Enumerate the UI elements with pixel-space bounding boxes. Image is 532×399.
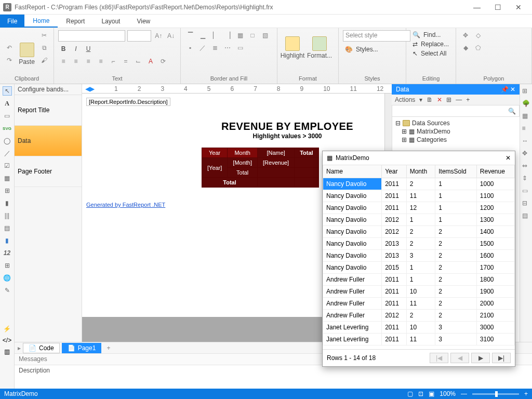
border-all-button[interactable]: ▦: [235, 30, 245, 41]
pin-icon[interactable]: 📌: [501, 86, 509, 93]
font-family-select[interactable]: [58, 30, 125, 42]
valign-mid-button[interactable]: =: [121, 56, 131, 66]
tree-icon[interactable]: 🌳: [522, 100, 530, 108]
picture-tool[interactable]: ▭: [3, 111, 12, 121]
popup-close-button[interactable]: ✕: [506, 154, 511, 162]
group-icon[interactable]: ▭: [522, 187, 530, 195]
shrink-font-button[interactable]: A↓: [166, 31, 176, 41]
line-color-button[interactable]: ／: [197, 43, 208, 53]
border-none-button[interactable]: □: [247, 30, 258, 41]
generated-by-link[interactable]: Generated by FastReport .NET: [86, 202, 165, 208]
cell-style-button[interactable]: ▭: [235, 43, 245, 53]
report-title-text[interactable]: REVENUE BY EMPLOYEE: [180, 121, 392, 132]
table-row[interactable]: Andrew Fuller2012222100: [323, 310, 515, 322]
events-icon[interactable]: ⚡: [3, 325, 11, 332]
file-menu[interactable]: File: [0, 15, 24, 28]
rotate-button[interactable]: ⟳: [158, 56, 168, 66]
table-row[interactable]: Nancy Davolio20111111100: [323, 190, 515, 202]
view-icon[interactable]: ▢: [407, 390, 413, 397]
data-table[interactable]: NameYearMonthItemsSoldRevenue Nancy Davo…: [323, 165, 515, 345]
border-top-button[interactable]: ▔: [185, 30, 195, 41]
zoom-full-icon[interactable]: ▣: [429, 390, 434, 397]
last-page-button[interactable]: ▶|: [492, 353, 511, 363]
maximize-button[interactable]: ☐: [487, 3, 508, 11]
validate-icon[interactable]: ▥: [4, 348, 10, 355]
zoom-out-button[interactable]: —: [461, 390, 467, 397]
font-size-select[interactable]: [127, 30, 151, 42]
border-left-button[interactable]: ▏: [210, 30, 220, 41]
table-row[interactable]: Andrew Fuller20111021900: [323, 286, 515, 298]
poly-move-button[interactable]: ✥: [460, 30, 471, 41]
minimize-button[interactable]: —: [467, 3, 487, 11]
remove-icon[interactable]: ⊟: [522, 200, 530, 208]
configure-bands-link[interactable]: Configure bands...: [15, 84, 82, 95]
next-page-button[interactable]: ▶: [471, 353, 490, 363]
size-icon[interactable]: ↔: [522, 137, 530, 145]
dock-close-icon[interactable]: ✕: [510, 86, 515, 93]
font-color-button[interactable]: A: [145, 56, 156, 66]
table-row[interactable]: Janet Leverling20111133100: [323, 334, 515, 345]
order-icon[interactable]: ▤: [522, 212, 530, 220]
table-row[interactable]: Andrew Fuller20111122000: [323, 298, 515, 310]
table-row[interactable]: Nancy Davolio2015121700: [323, 262, 515, 274]
number-tool[interactable]: 12: [3, 248, 12, 258]
first-page-button[interactable]: |◀: [430, 353, 448, 363]
tab-report[interactable]: Report: [58, 15, 93, 28]
valign-top-button[interactable]: ⌐: [108, 56, 118, 66]
brush-button[interactable]: 🖌: [39, 55, 49, 65]
subreport-tool[interactable]: ▤: [3, 223, 12, 233]
tab-home[interactable]: Home: [24, 15, 58, 28]
shape-tool[interactable]: ◯: [3, 136, 12, 145]
table-tool[interactable]: ▦: [3, 174, 12, 183]
poly-del-button[interactable]: ◆: [460, 43, 471, 53]
format-button[interactable]: Format...: [309, 30, 330, 59]
align-center-button[interactable]: ≡: [71, 56, 81, 66]
tab-code[interactable]: 📄Code: [23, 343, 60, 353]
new-datasource-button[interactable]: 🗎: [427, 96, 433, 103]
poly-edit-button[interactable]: ⬠: [473, 43, 483, 53]
cut-button[interactable]: ✂: [39, 30, 49, 41]
band-report-title[interactable]: Report Title: [15, 95, 82, 126]
zoom-fit-icon[interactable]: ⊡: [418, 390, 423, 397]
styles-button[interactable]: 🎨Styles...: [343, 45, 402, 54]
line-style-button[interactable]: ⋯: [222, 43, 233, 53]
report-subtitle-text[interactable]: Highlight values > 3000: [180, 132, 392, 140]
new-page-button[interactable]: ▸: [18, 344, 21, 352]
align-left-button[interactable]: ≡: [58, 56, 69, 66]
align-justify-button[interactable]: ≡: [96, 56, 106, 66]
barcode-tool[interactable]: ▮: [3, 198, 12, 208]
bold-button[interactable]: B: [58, 44, 69, 54]
center-icon[interactable]: ✥: [522, 150, 530, 158]
table-row[interactable]: Janet Leverling20111033000: [323, 322, 515, 334]
data-search[interactable]: 🔍: [392, 105, 520, 117]
band-page-footer[interactable]: Page Footer: [15, 156, 82, 187]
table-row[interactable]: Nancy Davolio2012111300: [323, 214, 515, 226]
svg-tool[interactable]: SVG: [3, 124, 12, 133]
table-row[interactable]: Nancy Davolio2013321600: [323, 250, 515, 262]
map-tool[interactable]: 🌐: [3, 273, 12, 283]
align-right-button[interactable]: ≡: [83, 56, 94, 66]
tab-layout[interactable]: Layout: [93, 15, 128, 28]
tab-page1[interactable]: 📄Page1: [62, 343, 102, 353]
poly-add-button[interactable]: ◇: [473, 30, 483, 41]
undo-button[interactable]: ↶: [4, 43, 15, 53]
copy-button[interactable]: ⧉: [39, 43, 49, 53]
delete-datasource-button[interactable]: ✕: [437, 96, 442, 103]
table-row[interactable]: Nancy Davolio2013221500: [323, 238, 515, 250]
find-button[interactable]: 🔍Find...: [410, 30, 451, 39]
grow-font-button[interactable]: A↑: [153, 31, 164, 41]
border-right-button[interactable]: ▕: [222, 30, 233, 41]
table-row[interactable]: Nancy Davolio2011211000: [323, 178, 515, 190]
checkbox-tool[interactable]: ☑: [3, 161, 12, 170]
description-panel[interactable]: Description: [15, 365, 532, 389]
description-field[interactable]: [Report.ReportInfo.Description]: [86, 98, 170, 106]
space-icon[interactable]: ⇔: [522, 162, 530, 170]
tree-item-categories[interactable]: ⊞▦Categories: [394, 136, 517, 144]
code-icon2[interactable]: </>: [3, 337, 11, 344]
richtext-tool[interactable]: |||: [3, 211, 12, 220]
text-tool[interactable]: A: [3, 99, 12, 108]
prev-page-button[interactable]: ◀: [450, 353, 469, 363]
table-row[interactable]: Nancy Davolio2012221400: [323, 226, 515, 238]
close-button[interactable]: ✕: [508, 3, 529, 11]
actions-menu[interactable]: Actions: [395, 96, 415, 103]
